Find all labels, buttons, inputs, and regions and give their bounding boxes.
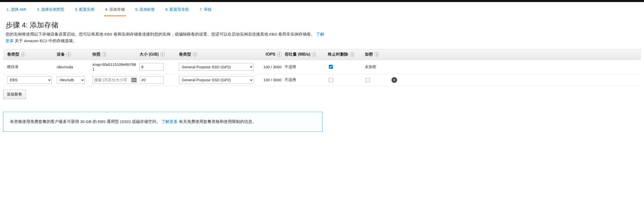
- col-device: 设备: [57, 52, 65, 57]
- info-icon[interactable]: i: [21, 52, 25, 57]
- tab-add-tags[interactable]: 5. 添加标签: [134, 5, 156, 16]
- info-icon[interactable]: i: [102, 52, 107, 57]
- add-volume-button[interactable]: 添加新卷: [3, 90, 26, 99]
- ebs-voltype-select[interactable]: EBS: [7, 76, 52, 84]
- ebs-snapshot-search-input[interactable]: [92, 76, 137, 84]
- root-snapshot: snap-00a5115108e6b7881: [92, 62, 136, 72]
- col-delete-on-terminate: 终止时删除: [328, 52, 348, 57]
- notice-text-post: 有关免费使用套餐资格和使用限制的信息。: [178, 119, 256, 124]
- ellipsis-icon[interactable]: •••: [131, 78, 136, 82]
- ebs-device-select[interactable]: /dev/sdb: [57, 76, 85, 84]
- desc-text-pre: 您的实例将使用以下存储设备设置启动。您可以将其他 EBS 卷和实例存储卷连接到您…: [6, 32, 315, 36]
- col-throughput: 吞吐量 (MB/s): [285, 52, 310, 57]
- info-icon[interactable]: i: [350, 52, 354, 57]
- root-size-input[interactable]: [139, 63, 164, 71]
- ebs-iops: 100 / 3000: [263, 78, 282, 82]
- root-device: /dev/xvda: [57, 65, 73, 69]
- info-icon[interactable]: i: [312, 52, 316, 57]
- ebs-size-input[interactable]: [139, 76, 164, 84]
- col-iops: IOPS: [266, 52, 275, 57]
- table-row: 根目录 /dev/xvda snap-00a5115108e6b7881 Gen…: [3, 60, 641, 74]
- desc-text-post: 关于 Amazon EC2 中的存储选项。: [14, 39, 77, 43]
- tab-add-storage[interactable]: 4. 添加存储: [104, 5, 126, 16]
- root-encryption: 未加密: [365, 65, 376, 69]
- ebs-delete-on-terminate-checkbox[interactable]: [329, 78, 333, 82]
- table-header-row: 卷类型i 设备i 快照i 大小 (GiB)i 卷类型i IOPSi 吞吐量 (M…: [3, 49, 641, 60]
- wizard-tabs: 1. 选择 AMI 2. 选择实例类型 3. 配置实例 4. 添加存储 5. 添…: [0, 2, 644, 16]
- info-icon[interactable]: i: [374, 52, 379, 57]
- root-throughput: 不适用: [285, 65, 296, 69]
- notice-text-pre: 有资格使用免费套餐的客户最多可获得 30 GB 的 EBS 通用型 (SSD) …: [10, 119, 160, 124]
- info-icon[interactable]: i: [160, 52, 165, 57]
- tab-instance-type[interactable]: 2. 选择实例类型: [36, 5, 65, 16]
- page-title: 步骤 4: 添加存储: [0, 16, 644, 31]
- remove-volume-icon[interactable]: ✕: [391, 77, 397, 83]
- info-icon[interactable]: i: [66, 52, 71, 57]
- top-bar: [0, 0, 644, 2]
- root-volume-type: 根目录: [7, 65, 19, 69]
- root-iops: 100 / 3000: [263, 65, 282, 69]
- root-voltype-select[interactable]: General Purpose SSD (GP2): [179, 63, 254, 71]
- tab-configure-instance[interactable]: 3. 配置实例: [74, 5, 95, 16]
- info-icon[interactable]: i: [277, 52, 282, 57]
- storage-table: 卷类型i 设备i 快照i 大小 (GiB)i 卷类型i IOPSi 吞吐量 (M…: [3, 49, 641, 86]
- free-tier-notice: 有资格使用免费套餐的客户最多可获得 30 GB 的 EBS 通用型 (SSD) …: [3, 112, 323, 132]
- tab-review[interactable]: 7. 审核: [199, 5, 213, 16]
- col-encryption: 加密: [365, 52, 373, 57]
- info-icon[interactable]: i: [193, 52, 197, 57]
- tab-security-group[interactable]: 6. 配置安全组: [164, 5, 190, 16]
- table-row: EBS /dev/sdb ••• General Purpose SSD (GP…: [3, 74, 641, 86]
- tab-select-ami[interactable]: 1. 选择 AMI: [6, 5, 27, 16]
- ebs-voltype2-select[interactable]: General Purpose SSD (GP2): [179, 76, 254, 84]
- col-size: 大小 (GiB): [139, 52, 159, 57]
- col-volume-type-2: 卷类型: [179, 52, 191, 57]
- ebs-encrypt-checkbox[interactable]: [366, 78, 370, 82]
- col-volume-type: 卷类型: [7, 52, 19, 57]
- ebs-throughput: 不适用: [285, 77, 296, 82]
- root-delete-on-terminate-checkbox[interactable]: [329, 65, 333, 69]
- notice-learn-more-link[interactable]: 了解更多: [161, 119, 178, 124]
- page-description: 您的实例将使用以下存储设备设置启动。您可以将其他 EBS 卷和实例存储卷连接到您…: [0, 31, 331, 49]
- col-snapshot: 快照: [92, 52, 101, 57]
